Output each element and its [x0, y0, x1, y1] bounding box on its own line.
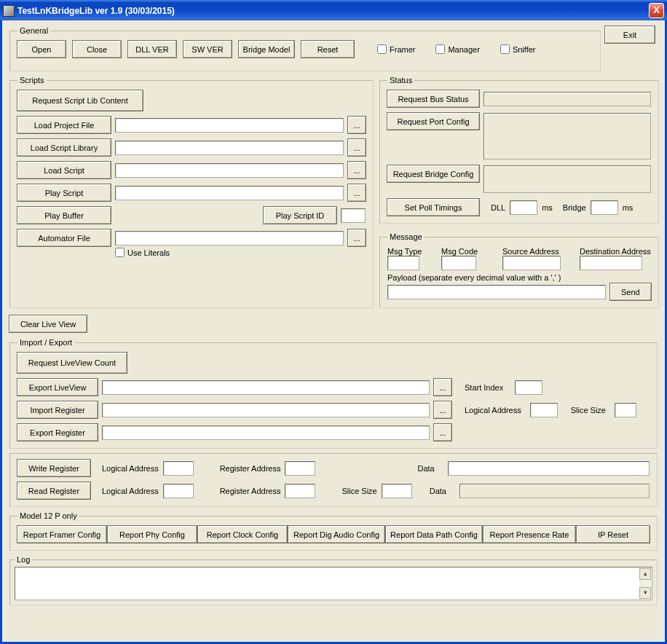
report-clock-config-button[interactable]: Report Clock Config — [198, 526, 287, 543]
export-register-input[interactable] — [102, 425, 430, 440]
import-register-input[interactable] — [102, 403, 430, 417]
group-scripts: Scripts Request Script Lib Content Load … — [9, 76, 374, 308]
play-script-id-input[interactable] — [341, 208, 366, 223]
scroll-up-icon[interactable]: ▴ — [639, 568, 651, 580]
msg-code-input[interactable] — [441, 256, 476, 270]
log-textarea[interactable]: ▴ ▾ — [15, 567, 652, 600]
bus-status-display — [484, 92, 651, 106]
clear-live-view-button[interactable]: Clear Live View — [9, 315, 87, 332]
browse-automator-file-button[interactable]: ... — [348, 229, 366, 246]
msg-type-input[interactable] — [387, 256, 419, 270]
browse-play-script-button[interactable]: ... — [348, 184, 366, 201]
bridge-model-button[interactable]: Bridge Model — [239, 41, 294, 58]
report-dig-audio-config-button[interactable]: Report Dig Audio Config — [288, 526, 384, 543]
report-presence-rate-button[interactable]: Report Presence Rate — [484, 526, 575, 543]
export-register-button[interactable]: Export Register — [17, 424, 98, 441]
write-data-input[interactable] — [448, 461, 650, 476]
logical-address-input-ie[interactable] — [530, 403, 558, 417]
payload-label: Payload (separate every decimal value wi… — [387, 273, 651, 282]
write-logical-address-label: Logical Address — [102, 464, 159, 473]
report-phy-config-button[interactable]: Report Phy Config — [108, 526, 197, 543]
dll-timing-input[interactable] — [510, 200, 537, 215]
ip-reset-button[interactable]: IP Reset — [577, 526, 650, 543]
request-port-config-button[interactable]: Request Port Config — [387, 113, 479, 130]
export-liveview-button[interactable]: Export LiveView — [17, 379, 98, 396]
bridge-config-display — [484, 165, 651, 193]
request-liveview-count-button[interactable]: Request LiveView Count — [17, 353, 127, 373]
load-project-file-button[interactable]: Load Project File — [17, 117, 111, 133]
destination-address-input[interactable] — [580, 256, 642, 270]
browse-script-button[interactable]: ... — [348, 162, 366, 178]
write-register-button[interactable]: Write Register — [17, 460, 90, 476]
group-message: Message Msg Type Msg Code Source Address — [379, 232, 659, 308]
play-script-input[interactable] — [115, 186, 344, 200]
browse-project-file-button[interactable]: ... — [348, 117, 366, 133]
legend-scripts: Scripts — [17, 76, 47, 85]
script-input[interactable] — [115, 163, 344, 178]
read-data-label: Data — [430, 487, 446, 495]
start-index-input[interactable] — [515, 380, 542, 395]
send-button[interactable]: Send — [610, 283, 651, 300]
load-script-button[interactable]: Load Script — [17, 162, 111, 178]
framer-checkbox[interactable]: Framer — [377, 44, 415, 54]
legend-import-export: Import / Export — [17, 338, 74, 347]
legend-model12: Model 12 P only — [17, 511, 79, 520]
read-slice-size-input[interactable] — [382, 484, 412, 498]
request-bridge-config-button[interactable]: Request Bridge Config — [387, 165, 479, 182]
reset-button[interactable]: Reset — [301, 41, 354, 58]
close-icon[interactable]: X — [649, 3, 664, 18]
close-button[interactable]: Close — [73, 41, 121, 58]
automator-file-input[interactable] — [115, 231, 344, 246]
client-area: Exit General Open Close DLL VER SW VER B… — [0, 20, 667, 644]
report-framer-config-button[interactable]: Report Framer Config — [17, 526, 106, 543]
logical-address-label-ie: Logical Address — [465, 406, 521, 415]
scroll-down-icon[interactable]: ▾ — [639, 587, 651, 599]
read-register-button[interactable]: Read Register — [17, 482, 90, 499]
import-register-button[interactable]: Import Register — [17, 401, 98, 418]
browse-export-register-button[interactable]: ... — [434, 424, 451, 441]
msg-code-label: Msg Code — [441, 247, 492, 256]
slice-size-label-ie: Slice Size — [571, 406, 606, 415]
request-script-lib-button[interactable]: Request Script Lib Content — [17, 90, 143, 111]
project-file-input[interactable] — [115, 118, 344, 133]
export-liveview-input[interactable] — [102, 380, 430, 395]
open-button[interactable]: Open — [17, 41, 66, 58]
write-register-address-input[interactable] — [285, 461, 315, 476]
legend-log: Log — [15, 555, 32, 564]
write-data-label: Data — [417, 464, 434, 473]
browse-script-library-button[interactable]: ... — [348, 139, 366, 156]
read-logical-address-input[interactable] — [163, 484, 194, 498]
source-address-input[interactable] — [502, 256, 561, 270]
ms-label-2: ms — [623, 203, 634, 212]
play-buffer-button[interactable]: Play Buffer — [17, 207, 111, 224]
payload-input[interactable] — [387, 285, 606, 299]
slice-size-input-ie[interactable] — [615, 403, 636, 417]
sniffer-checkbox[interactable]: Sniffer — [500, 44, 536, 54]
dll-ver-button[interactable]: DLL VER — [128, 41, 176, 58]
load-script-library-button[interactable]: Load Script Library — [17, 139, 111, 156]
script-library-input[interactable] — [115, 141, 344, 155]
group-import-export: Import / Export Request LiveView Count E… — [9, 338, 658, 449]
log-scrollbar[interactable]: ▴ ▾ — [639, 568, 651, 599]
group-log: Log ▴ ▾ — [9, 555, 658, 605]
browse-import-register-button[interactable]: ... — [434, 401, 451, 418]
report-data-path-config-button[interactable]: Report Data Path Config — [386, 526, 482, 543]
sw-ver-button[interactable]: SW VER — [183, 41, 232, 58]
automator-file-button[interactable]: Automator File — [17, 229, 111, 246]
play-script-id-button[interactable]: Play Script ID — [264, 207, 336, 224]
read-register-address-input[interactable] — [285, 484, 315, 498]
group-model12: Model 12 P only Report Framer Config Rep… — [9, 511, 658, 551]
exit-button[interactable]: Exit — [605, 26, 655, 43]
set-poll-timings-button[interactable]: Set Poll Timings — [387, 199, 479, 216]
use-literals-checkbox[interactable]: Use Literals — [115, 248, 170, 257]
msg-type-label: Msg Type — [387, 247, 431, 256]
destination-address-label: Destination Address — [580, 247, 651, 256]
bridge-timing-input[interactable] — [591, 200, 618, 215]
write-logical-address-input[interactable] — [163, 461, 194, 476]
write-register-address-label: Register Address — [220, 464, 281, 473]
play-script-button[interactable]: Play Script — [17, 184, 111, 201]
manager-checkbox[interactable]: Manager — [435, 44, 479, 54]
request-bus-status-button[interactable]: Request Bus Status — [387, 90, 479, 107]
browse-export-liveview-button[interactable]: ... — [434, 379, 451, 396]
legend-general: General — [17, 26, 50, 35]
